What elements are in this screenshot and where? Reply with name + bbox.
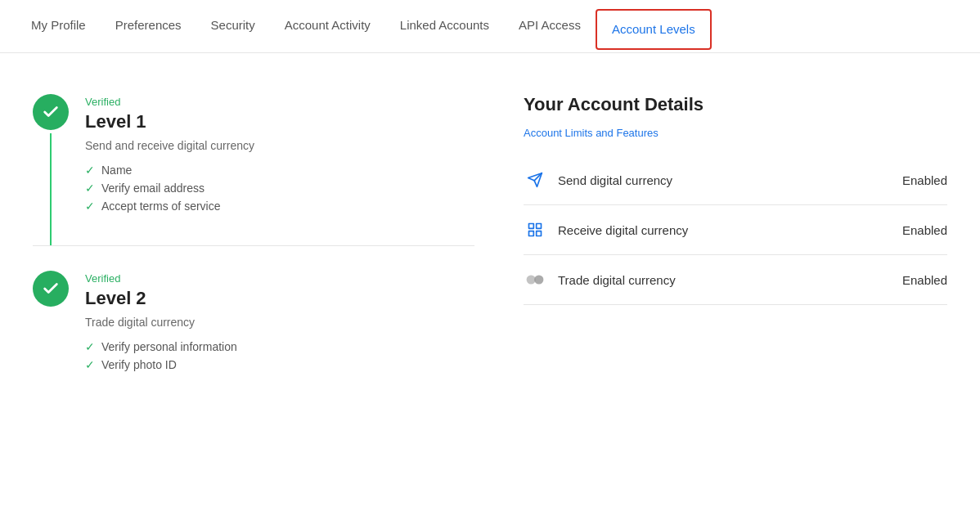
- receive-icon: [524, 218, 546, 241]
- svg-point-7: [534, 275, 543, 284]
- level-1-checklist: ✓ Name ✓ Verify email address ✓ Accept t…: [85, 164, 474, 213]
- svg-rect-2: [529, 224, 534, 229]
- check-item-name: ✓ Name: [85, 164, 474, 177]
- nav-item-preferences[interactable]: Preferences: [101, 0, 196, 53]
- level-1-verified-icon: [33, 94, 69, 130]
- receive-status: Enabled: [902, 223, 947, 237]
- check-label-email: Verify email address: [101, 182, 205, 195]
- trade-label: Trade digital currency: [558, 273, 891, 287]
- level-2-checklist: ✓ Verify personal information ✓ Verify p…: [85, 340, 474, 371]
- check-label-terms: Accept terms of service: [101, 200, 221, 213]
- svg-point-6: [527, 275, 536, 284]
- nav-item-account-activity[interactable]: Account Activity: [270, 0, 385, 53]
- level-2-title: Level 2: [85, 288, 474, 309]
- svg-rect-4: [537, 231, 542, 236]
- nav-item-linked-accounts[interactable]: Linked Accounts: [385, 0, 504, 53]
- levels-panel: Verified Level 1 Send and receive digita…: [33, 78, 474, 412]
- account-details-panel: Your Account Details Account Limits and …: [524, 78, 947, 412]
- level-1-description: Send and receive digital currency: [85, 139, 474, 152]
- nav-item-account-levels[interactable]: Account Levels: [596, 9, 712, 50]
- level-2-verified-label: Verified: [85, 272, 474, 285]
- check-icon-personal: ✓: [85, 340, 95, 353]
- check-item-terms: ✓ Accept terms of service: [85, 200, 474, 213]
- check-icon-terms: ✓: [85, 200, 95, 213]
- level-2-block: Verified Level 2 Trade digital currency …: [33, 271, 474, 396]
- check-item-photo-id: ✓ Verify photo ID: [85, 358, 474, 371]
- feature-row-send: Send digital currency Enabled: [524, 155, 947, 205]
- check-icon-photo: ✓: [85, 358, 95, 371]
- check-icon-email: ✓: [85, 182, 95, 195]
- level-2-content: Verified Level 2 Trade digital currency …: [85, 271, 474, 371]
- check-item-personal-info: ✓ Verify personal information: [85, 340, 474, 353]
- svg-rect-5: [529, 231, 534, 236]
- level-2-verified-icon: [33, 271, 69, 307]
- send-icon: [524, 168, 546, 191]
- receive-label: Receive digital currency: [558, 223, 891, 237]
- check-item-email: ✓ Verify email address: [85, 182, 474, 195]
- check-label-personal: Verify personal information: [101, 340, 237, 353]
- trade-status: Enabled: [902, 273, 947, 287]
- level-1-title: Level 1: [85, 111, 474, 132]
- nav-item-my-profile[interactable]: My Profile: [16, 0, 101, 53]
- feature-row-trade: Trade digital currency Enabled: [524, 255, 947, 305]
- check-label-photo: Verify photo ID: [101, 358, 177, 371]
- send-label: Send digital currency: [558, 173, 891, 187]
- check-icon-name: ✓: [85, 164, 95, 177]
- level-2-description: Trade digital currency: [85, 316, 474, 329]
- level-1-verified-label: Verified: [85, 96, 474, 108]
- account-details-title: Your Account Details: [524, 94, 947, 115]
- navigation-bar: My Profile Preferences Security Account …: [0, 0, 980, 53]
- main-content: Verified Level 1 Send and receive digita…: [0, 53, 980, 437]
- level-1-block: Verified Level 1 Send and receive digita…: [33, 94, 474, 237]
- send-status: Enabled: [902, 173, 947, 187]
- feature-row-receive: Receive digital currency Enabled: [524, 205, 947, 255]
- nav-item-security[interactable]: Security: [196, 0, 270, 53]
- level-divider: [33, 245, 474, 246]
- level-1-content: Verified Level 1 Send and receive digita…: [85, 94, 474, 213]
- trade-icon: [524, 268, 546, 291]
- nav-item-api-access[interactable]: API Access: [504, 0, 596, 53]
- svg-rect-3: [537, 224, 542, 229]
- account-limits-subtitle: Account Limits and Features: [524, 127, 947, 139]
- check-label-name: Name: [101, 164, 132, 177]
